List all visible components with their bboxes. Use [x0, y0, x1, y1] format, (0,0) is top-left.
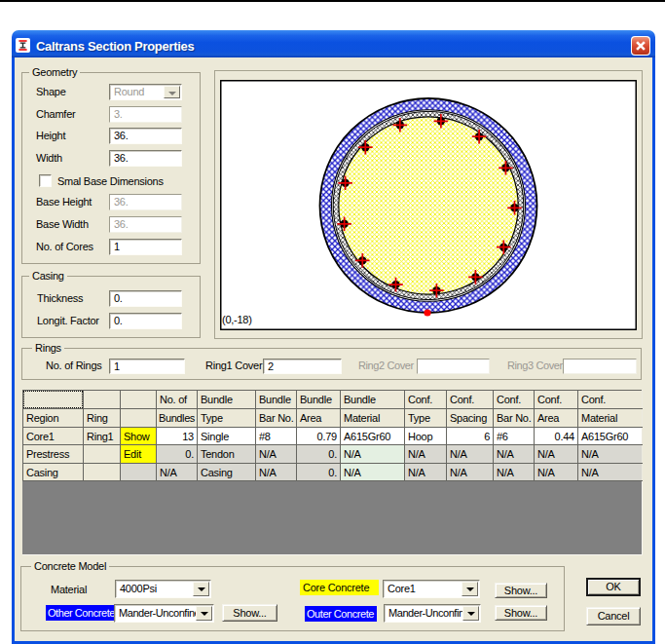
svg-text:(0,-18): (0,-18)	[222, 314, 252, 325]
